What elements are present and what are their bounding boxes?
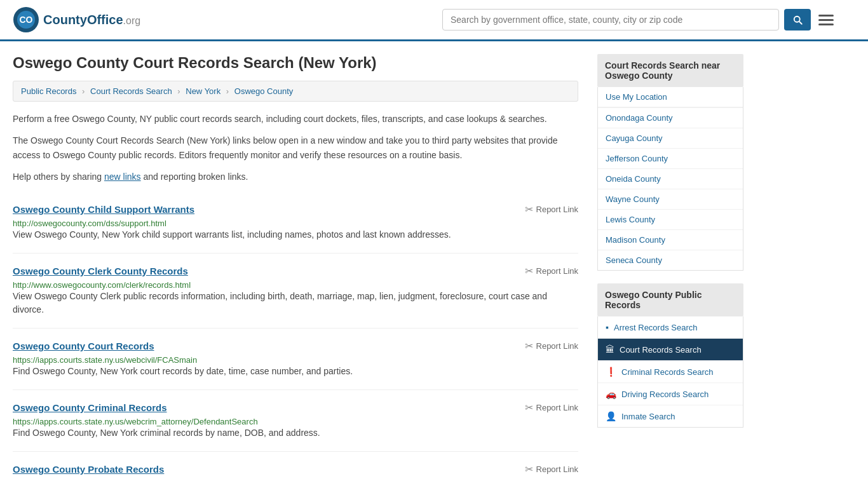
logo: CO CountyOffice.org <box>13 6 140 33</box>
menu-button[interactable] <box>816 12 836 28</box>
description-1: Perform a free Oswego County, NY public … <box>13 112 578 126</box>
list-item[interactable]: ▪ Arrest Records Search <box>598 316 743 339</box>
sidebar-county-2[interactable]: Jefferson County <box>598 149 743 168</box>
description-2: The Oswego County Court Records Search (… <box>13 133 578 162</box>
breadcrumb-new-york[interactable]: New York <box>186 86 220 96</box>
breadcrumb-sep-1: › <box>82 86 85 96</box>
result-header: Oswego County Child Support Warrants ✂ R… <box>13 203 578 215</box>
description-3: Help others by sharing new links and rep… <box>13 170 578 184</box>
list-item[interactable]: Jefferson County <box>598 149 743 169</box>
arrest-icon: ▪ <box>606 322 609 332</box>
report-link-button-4[interactable]: ✂ Report Link <box>525 463 578 475</box>
report-link-button-0[interactable]: ✂ Report Link <box>525 203 578 215</box>
sidebar-county-0[interactable]: Onondaga County <box>598 108 743 128</box>
sidebar-criminal-records[interactable]: ❗ Criminal Records Search <box>598 361 743 383</box>
search-icon <box>792 14 803 25</box>
sidebar-nearby-header: Court Records Search near Oswego County <box>597 54 743 87</box>
new-links-link[interactable]: new links <box>104 172 141 182</box>
report-link-button-2[interactable]: ✂ Report Link <box>525 340 578 352</box>
list-item-active[interactable]: 🏛 Court Records Search <box>598 339 743 361</box>
list-item[interactable]: Wayne County <box>598 189 743 210</box>
list-item[interactable]: 👤 Inmate Search <box>598 405 743 427</box>
court-icon: 🏛 <box>606 344 614 355</box>
sidebar-arrest-records[interactable]: ▪ Arrest Records Search <box>598 316 743 338</box>
result-title-3[interactable]: Oswego County Criminal Records <box>13 402 167 413</box>
result-desc-0: View Oswego County, New York child suppo… <box>13 228 578 241</box>
result-url-1[interactable]: http://www.oswegocounty.com/clerk/record… <box>13 280 191 290</box>
logo-icon: CO <box>13 6 39 33</box>
sidebar-public-records-header: Oswego County Public Records <box>597 283 743 316</box>
result-title-0[interactable]: Oswego County Child Support Warrants <box>13 204 194 215</box>
list-item[interactable]: Seneca County <box>598 250 743 270</box>
sidebar-use-location[interactable]: Use My Location <box>598 87 743 108</box>
list-item[interactable]: ❗ Criminal Records Search <box>598 361 743 383</box>
result-url-3[interactable]: https://iapps.courts.state.ny.us/webcrim… <box>13 417 258 426</box>
menu-line-1 <box>818 15 834 17</box>
results-list: Oswego County Child Support Warrants ✂ R… <box>13 192 578 488</box>
list-item[interactable]: Oneida County <box>598 169 743 189</box>
result-desc-2: Find Oswego County, New York court recor… <box>13 365 578 378</box>
result-url-2[interactable]: https://iapps.courts.state.ny.us/webcivi… <box>13 355 197 365</box>
list-item[interactable]: Cayuga County <box>598 128 743 149</box>
sidebar-county-6[interactable]: Madison County <box>598 230 743 250</box>
result-title-2[interactable]: Oswego County Court Records <box>13 341 154 351</box>
list-item[interactable]: 🚗 Driving Records Search <box>598 383 743 405</box>
sidebar-nearby-list: Use My Location Onondaga County Cayuga C… <box>597 87 743 271</box>
driving-icon: 🚗 <box>606 389 616 399</box>
logo-text: CountyOffice.org <box>43 13 140 27</box>
result-title-1[interactable]: Oswego County Clerk County Records <box>13 266 188 276</box>
sidebar-court-records[interactable]: 🏛 Court Records Search <box>598 339 743 360</box>
report-icon-1: ✂ <box>525 265 533 277</box>
sidebar-nearby-section: Court Records Search near Oswego County … <box>597 54 743 271</box>
sidebar-county-5[interactable]: Lewis County <box>598 210 743 229</box>
sidebar-county-1[interactable]: Cayuga County <box>598 128 743 148</box>
sidebar-county-7[interactable]: Seneca County <box>598 250 743 270</box>
result-header: Oswego County Criminal Records ✂ Report … <box>13 402 578 414</box>
content-area: Oswego County Court Records Search (New … <box>13 54 597 488</box>
result-item: Oswego County Clerk County Records ✂ Rep… <box>13 254 578 329</box>
list-item[interactable]: Lewis County <box>598 210 743 230</box>
search-input[interactable] <box>442 9 779 30</box>
breadcrumb-sep-2: › <box>177 86 180 96</box>
site-header: CO CountyOffice.org <box>0 0 868 41</box>
list-item[interactable]: Onondaga County <box>598 108 743 128</box>
report-icon-2: ✂ <box>525 340 533 352</box>
inmate-icon: 👤 <box>606 411 616 421</box>
report-link-button-3[interactable]: ✂ Report Link <box>525 402 578 414</box>
result-item: Oswego County Criminal Records ✂ Report … <box>13 390 578 452</box>
report-icon-0: ✂ <box>525 203 533 215</box>
result-desc-3: Find Oswego County, New York criminal re… <box>13 426 578 440</box>
report-link-button-1[interactable]: ✂ Report Link <box>525 265 578 277</box>
result-item: Oswego County Child Support Warrants ✂ R… <box>13 192 578 254</box>
result-url-0[interactable]: http://oswegocounty.com/dss/support.html <box>13 219 166 228</box>
sidebar-public-records-list: ▪ Arrest Records Search 🏛 Court Records … <box>597 316 743 428</box>
breadcrumb: Public Records › Court Records Search › … <box>13 81 578 102</box>
main-container: Oswego County Court Records Search (New … <box>0 41 868 488</box>
menu-line-2 <box>818 19 834 21</box>
report-icon-4: ✂ <box>525 463 533 475</box>
breadcrumb-court-records[interactable]: Court Records Search <box>90 86 172 96</box>
menu-line-3 <box>818 24 834 25</box>
use-location-link[interactable]: Use My Location <box>598 87 743 107</box>
result-item: Oswego County Probate Records ✂ Report L… <box>13 452 578 488</box>
result-header: Oswego County Probate Records ✂ Report L… <box>13 463 578 475</box>
breadcrumb-sep-3: › <box>226 86 229 96</box>
sidebar: Court Records Search near Oswego County … <box>597 54 743 488</box>
sidebar-inmate-search[interactable]: 👤 Inmate Search <box>598 405 743 427</box>
result-header: Oswego County Court Records ✂ Report Lin… <box>13 340 578 352</box>
sidebar-public-records-section: Oswego County Public Records ▪ Arrest Re… <box>597 283 743 428</box>
report-icon-3: ✂ <box>525 402 533 414</box>
svg-text:CO: CO <box>20 15 33 25</box>
result-desc-1: View Oswego County Clerk public records … <box>13 290 578 316</box>
sidebar-driving-records[interactable]: 🚗 Driving Records Search <box>598 383 743 405</box>
result-header: Oswego County Clerk County Records ✂ Rep… <box>13 265 578 277</box>
breadcrumb-public-records[interactable]: Public Records <box>21 86 76 96</box>
sidebar-county-4[interactable]: Wayne County <box>598 189 743 209</box>
search-area <box>442 9 836 30</box>
sidebar-county-3[interactable]: Oneida County <box>598 169 743 189</box>
breadcrumb-oswego-county[interactable]: Oswego County <box>234 86 294 96</box>
list-item[interactable]: Madison County <box>598 230 743 250</box>
result-title-4[interactable]: Oswego County Probate Records <box>13 464 164 475</box>
page-title: Oswego County Court Records Search (New … <box>13 54 578 72</box>
search-button[interactable] <box>784 9 811 30</box>
